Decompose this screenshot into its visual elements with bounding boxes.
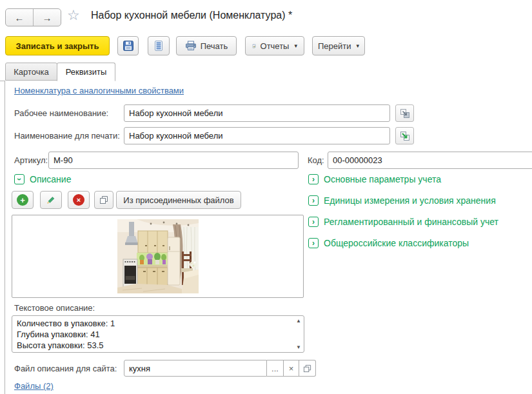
scroll-down-icon[interactable]: ▼ [296,344,301,350]
pencil-icon [46,195,56,205]
floppy-icon [123,40,134,52]
nomenclature-card-window: ← → ☆ Набор кухонной мебели (Номенклатур… [0,0,532,394]
open-file-button[interactable] [299,360,316,377]
section-units-storage[interactable]: › Единицы измерения и условия хранения [308,195,496,206]
add-icon: + [17,194,28,206]
clear-icon: × [289,364,294,373]
versions-button[interactable] [148,36,170,55]
open-copy-icon [303,364,311,373]
similar-nomenclature-link-wrap: Номенклатура с аналогичными свойствами [14,86,184,95]
copy-image-button[interactable] [94,191,113,209]
choose-file-button[interactable]: ... [267,360,284,377]
product-photo [117,219,199,293]
ellipsis-icon: ... [271,364,279,373]
print-button[interactable]: Печать [176,36,237,55]
text-description-line: Глубина упаковки: 41 [17,329,292,340]
reports-button[interactable]: Отчеты ▾ [245,36,304,55]
working-name-input[interactable]: Набор кухонной мебели [124,104,390,122]
section-classifiers-label: Общероссийские классификаторы [324,238,469,248]
files-link[interactable]: Файлы (2) [14,381,54,391]
forward-button[interactable]: → [33,9,61,26]
printer-icon [185,41,197,51]
section-main-accounting[interactable]: › Основные параметры учета [308,174,441,184]
code-input[interactable]: 00-00000023 [328,152,532,169]
edit-image-button[interactable] [40,191,62,209]
tab-requisites-label: Реквизиты [66,67,107,77]
from-attached-files-label: Из присоединенных файлов [123,195,233,205]
chevron-right-icon: › [308,174,319,184]
text-description-textarea[interactable]: Количество в упаковке: 1 Глубина упаковк… [12,315,304,353]
section-regulated-finance-label: Регламентированный и финансовый учет [324,217,498,227]
back-button[interactable]: ← [6,9,33,26]
section-main-accounting-label: Основные параметры учета [324,174,441,184]
add-image-button[interactable]: + [12,191,34,209]
tab-requisites[interactable]: Реквизиты [57,63,115,81]
site-file-label: Файл описания для сайта: [14,364,117,373]
chevron-right-icon: › [308,195,319,206]
delete-image-button[interactable]: × [68,191,90,209]
site-file-field-group: кухня ... × [124,360,316,377]
delete-icon: × [73,194,84,206]
section-units-storage-label: Единицы измерения и условия хранения [324,195,496,206]
list-stack-icon [153,40,164,52]
text-description-line: Количество в упаковке: 1 [17,318,292,329]
section-classifiers[interactable]: › Общероссийские классификаторы [308,238,469,248]
article-input[interactable]: М-90 [48,152,299,169]
report-icon [252,41,257,52]
section-regulated-finance[interactable]: › Регламентированный и финансовый учет [308,217,498,227]
scroll-up-icon[interactable]: ▲ [296,318,301,324]
save-and-close-label: Записать и закрыть [16,41,99,51]
chevron-right-icon: › [308,217,319,227]
print-name-label: Наименование для печати: [14,131,120,141]
copy-arrow-green-icon [400,131,410,141]
files-link-wrap: Файлы (2) [14,381,54,391]
save-and-close-button[interactable]: Записать и закрыть [5,36,110,55]
product-image-frame[interactable] [12,215,304,298]
similar-nomenclature-link[interactable]: Номенклатура с аналогичными свойствами [14,86,184,95]
goto-button[interactable]: Перейти ▾ [312,36,365,55]
clear-file-button[interactable]: × [284,360,299,377]
goto-dropdown-icon: ▾ [357,43,360,49]
text-description-line: Высота упаковки: 53.5 [17,340,292,351]
back-icon: ← [15,12,25,23]
print-name-copy-button[interactable] [395,127,414,144]
copy-icon [99,195,108,204]
section-description-title: Описание [30,174,71,184]
article-label: Артикул: [14,155,48,165]
forward-icon: → [43,12,52,23]
copy-arrow-gray-icon [400,108,410,119]
favorite-star-icon[interactable]: ☆ [67,7,80,24]
from-attached-files-button[interactable]: Из присоединенных файлов [116,191,241,209]
text-description-label: Текстовое описание: [14,303,95,313]
history-nav: ← → [5,8,61,26]
page-title: Набор кухонной мебели (Номенклатура) * [91,10,292,21]
print-label: Печать [201,41,228,51]
chevron-down-icon: › [14,174,25,184]
reports-dropdown-icon: ▾ [294,43,297,49]
chevron-right-icon: › [308,238,319,248]
tab-card-label: Карточка [14,67,48,77]
section-description-toggle[interactable]: › Описание [14,174,71,184]
goto-label: Перейти [318,41,351,51]
save-button[interactable] [117,36,139,55]
site-file-input[interactable]: кухня [124,360,267,377]
code-label: Код: [308,155,324,165]
tab-card[interactable]: Карточка [5,63,57,81]
print-name-input[interactable]: Набор кухонной мебели [124,127,390,144]
working-name-label: Рабочее наименование: [14,108,108,118]
reports-label: Отчеты [261,41,290,51]
working-name-copy-button[interactable] [395,104,414,122]
